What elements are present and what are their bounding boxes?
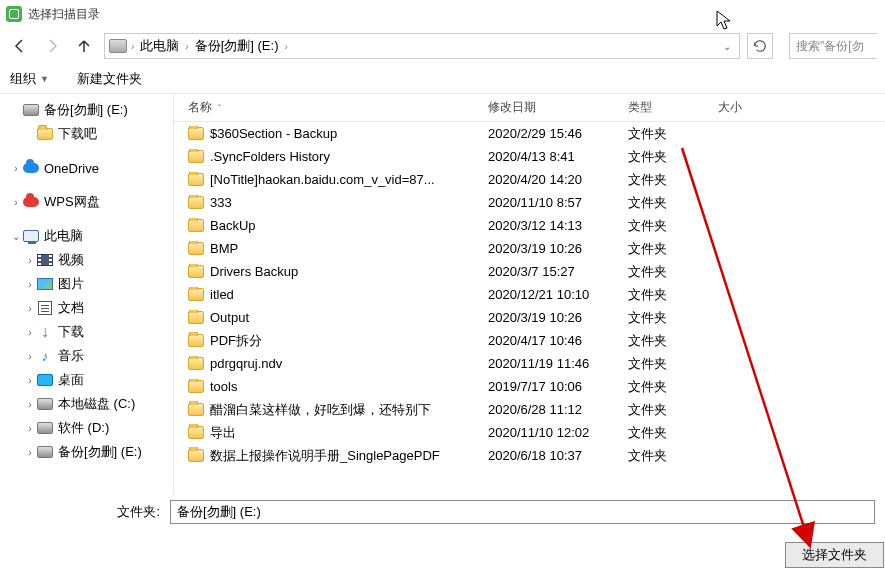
- sidebar-item[interactable]: ›♪音乐: [0, 344, 173, 368]
- breadcrumb[interactable]: › 此电脑 › 备份[勿删] (E:) › ⌄: [104, 33, 740, 59]
- sidebar-item[interactable]: 下载吧: [0, 122, 173, 146]
- file-row[interactable]: itled2020/12/21 10:10文件夹: [174, 283, 885, 306]
- file-row[interactable]: BackUp2020/3/12 14:13文件夹: [174, 214, 885, 237]
- column-header-date[interactable]: 修改日期: [482, 99, 622, 116]
- sidebar-item-label: 文档: [58, 299, 84, 317]
- folder-icon: [188, 242, 204, 255]
- file-list-body: $360Section - Backup2020/2/29 15:46文件夹.S…: [174, 122, 885, 494]
- file-row[interactable]: PDF拆分2020/4/17 10:46文件夹: [174, 329, 885, 352]
- column-header-name-label: 名称: [188, 99, 212, 116]
- breadcrumb-dropdown-icon[interactable]: ⌄: [723, 41, 735, 52]
- cloud-red-icon: [22, 194, 40, 210]
- doc-icon: [36, 300, 54, 316]
- expander-icon[interactable]: ⌄: [10, 231, 22, 242]
- folder-icon: [188, 426, 204, 439]
- new-folder-button[interactable]: 新建文件夹: [77, 70, 142, 88]
- sidebar: 备份[勿删] (E:)下载吧›OneDrive›WPS网盘⌄此电脑›视频›图片›…: [0, 94, 174, 494]
- back-button[interactable]: [8, 34, 32, 58]
- expander-icon[interactable]: ›: [24, 327, 36, 338]
- drive-icon: [36, 444, 54, 460]
- file-name: itled: [210, 287, 234, 302]
- folder-input[interactable]: [170, 500, 875, 524]
- window-title: 选择扫描目录: [28, 6, 100, 23]
- expander-icon[interactable]: ›: [24, 279, 36, 290]
- navigation-bar: › 此电脑 › 备份[勿删] (E:) › ⌄ 搜索"备份[勿: [0, 28, 885, 64]
- sidebar-item[interactable]: ⌄此电脑: [0, 224, 173, 248]
- file-date: 2020/12/21 10:10: [482, 287, 622, 302]
- expander-icon[interactable]: ›: [24, 303, 36, 314]
- file-row[interactable]: pdrgqruj.ndv2020/11/19 11:46文件夹: [174, 352, 885, 375]
- column-header-name[interactable]: 名称 ˆ: [182, 99, 482, 116]
- column-header-row: 名称 ˆ 修改日期 类型 大小: [174, 94, 885, 122]
- column-header-size[interactable]: 大小: [712, 99, 792, 116]
- file-row[interactable]: BMP2020/3/19 10:26文件夹: [174, 237, 885, 260]
- expander-icon[interactable]: ›: [24, 375, 36, 386]
- sidebar-item[interactable]: ›备份[勿删] (E:): [0, 440, 173, 464]
- sidebar-item[interactable]: 备份[勿删] (E:): [0, 98, 173, 122]
- expander-icon[interactable]: ›: [24, 423, 36, 434]
- organize-menu[interactable]: 组织 ▼: [10, 70, 49, 88]
- file-date: 2020/6/18 10:37: [482, 448, 622, 463]
- file-row[interactable]: 3332020/11/10 8:57文件夹: [174, 191, 885, 214]
- file-row[interactable]: 醋溜白菜这样做，好吃到爆，还特别下2020/6/28 11:12文件夹: [174, 398, 885, 421]
- file-date: 2020/2/29 15:46: [482, 126, 622, 141]
- file-type: 文件夹: [622, 447, 712, 465]
- file-type: 文件夹: [622, 240, 712, 258]
- file-type: 文件夹: [622, 148, 712, 166]
- file-row[interactable]: 数据上报操作说明手册_SinglePagePDF2020/6/18 10:37文…: [174, 444, 885, 467]
- expander-icon[interactable]: ›: [24, 399, 36, 410]
- file-row[interactable]: Drivers Backup2020/3/7 15:27文件夹: [174, 260, 885, 283]
- sidebar-item-label: 图片: [58, 275, 84, 293]
- file-type: 文件夹: [622, 401, 712, 419]
- file-date: 2019/7/17 10:06: [482, 379, 622, 394]
- sidebar-item[interactable]: ›WPS网盘: [0, 190, 173, 214]
- file-name: Drivers Backup: [210, 264, 298, 279]
- dl-icon: ↓: [36, 324, 54, 340]
- search-input[interactable]: 搜索"备份[勿: [789, 33, 877, 59]
- file-row[interactable]: Output2020/3/19 10:26文件夹: [174, 306, 885, 329]
- sidebar-item-label: OneDrive: [44, 161, 99, 176]
- forward-button[interactable]: [40, 34, 64, 58]
- file-row[interactable]: [NoTitle]haokan.baidu.com_v_vid=87...202…: [174, 168, 885, 191]
- sidebar-item[interactable]: ›视频: [0, 248, 173, 272]
- sidebar-item[interactable]: ›图片: [0, 272, 173, 296]
- sidebar-item[interactable]: ›本地磁盘 (C:): [0, 392, 173, 416]
- sidebar-item-label: WPS网盘: [44, 193, 100, 211]
- up-button[interactable]: [72, 34, 96, 58]
- file-name: $360Section - Backup: [210, 126, 337, 141]
- file-date: 2020/11/19 11:46: [482, 356, 622, 371]
- sidebar-item[interactable]: ›桌面: [0, 368, 173, 392]
- select-folder-button[interactable]: 选择文件夹: [785, 542, 884, 568]
- file-date: 2020/4/17 10:46: [482, 333, 622, 348]
- expander-icon[interactable]: ›: [10, 163, 22, 174]
- expander-icon[interactable]: ›: [24, 351, 36, 362]
- file-row[interactable]: $360Section - Backup2020/2/29 15:46文件夹: [174, 122, 885, 145]
- file-name: pdrgqruj.ndv: [210, 356, 282, 371]
- expander-icon[interactable]: ›: [24, 447, 36, 458]
- sidebar-item[interactable]: ›OneDrive: [0, 156, 173, 180]
- folder-icon: [188, 380, 204, 393]
- body: 备份[勿删] (E:)下载吧›OneDrive›WPS网盘⌄此电脑›视频›图片›…: [0, 94, 885, 494]
- sidebar-item[interactable]: ›↓下载: [0, 320, 173, 344]
- folder-icon: [188, 334, 204, 347]
- file-row[interactable]: tools2019/7/17 10:06文件夹: [174, 375, 885, 398]
- sidebar-item[interactable]: ›软件 (D:): [0, 416, 173, 440]
- breadcrumb-current[interactable]: 备份[勿删] (E:): [193, 37, 281, 55]
- folder-icon: [188, 173, 204, 186]
- sidebar-item-label: 下载吧: [58, 125, 97, 143]
- file-type: 文件夹: [622, 125, 712, 143]
- column-header-type[interactable]: 类型: [622, 99, 712, 116]
- folder-icon: [36, 126, 54, 142]
- sidebar-item[interactable]: ›文档: [0, 296, 173, 320]
- refresh-button[interactable]: [747, 33, 773, 59]
- expander-icon[interactable]: ›: [24, 255, 36, 266]
- file-row[interactable]: .SyncFolders History2020/4/13 8:41文件夹: [174, 145, 885, 168]
- breadcrumb-root[interactable]: 此电脑: [138, 37, 181, 55]
- file-date: 2020/4/20 14:20: [482, 172, 622, 187]
- drive-icon: [36, 420, 54, 436]
- sidebar-item-label: 桌面: [58, 371, 84, 389]
- file-row[interactable]: 导出2020/11/10 12:02文件夹: [174, 421, 885, 444]
- file-list: 名称 ˆ 修改日期 类型 大小 $360Section - Backup2020…: [174, 94, 885, 494]
- expander-icon[interactable]: ›: [10, 197, 22, 208]
- file-type: 文件夹: [622, 171, 712, 189]
